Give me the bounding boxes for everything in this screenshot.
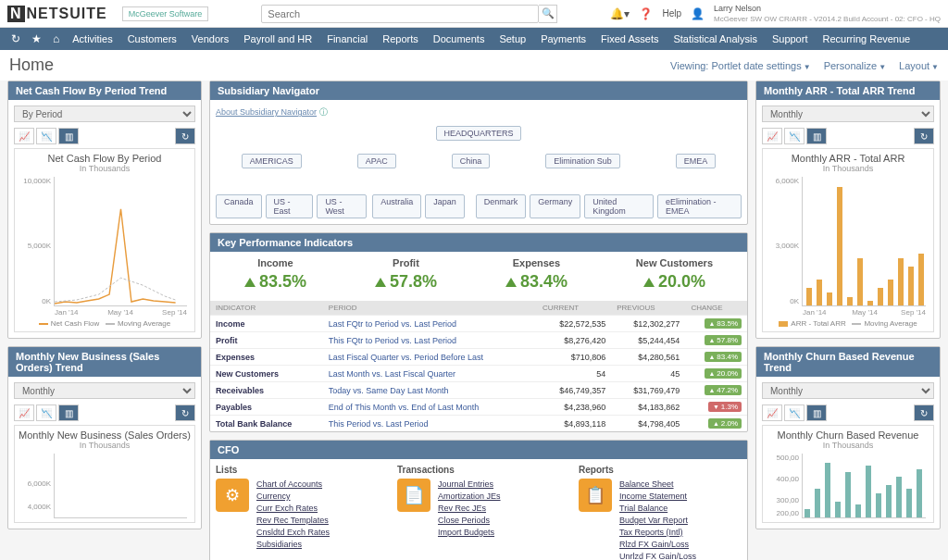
nav-payroll-and-hr[interactable]: Payroll and HR: [236, 33, 319, 44]
period-select[interactable]: Monthly: [762, 382, 934, 399]
hier-node[interactable]: Japan: [425, 194, 465, 218]
history-icon[interactable]: ↻: [6, 32, 26, 45]
chart-refresh-icon[interactable]: ↻: [914, 404, 934, 421]
portlet-title: Subsidiary Navigator: [210, 81, 747, 100]
hier-node[interactable]: United Kingdom: [584, 194, 654, 218]
table-row[interactable]: ReceivablesToday vs. Same Day Last Month…: [210, 382, 747, 399]
hier-node[interactable]: US - East: [266, 194, 314, 218]
cfo-link[interactable]: Budget Var Report: [619, 515, 696, 527]
hier-node[interactable]: Elimination Sub: [545, 154, 620, 168]
personalize-link[interactable]: Personalize▼: [824, 60, 886, 71]
hier-node[interactable]: US - West: [317, 194, 367, 218]
cfo-link[interactable]: Journal Entries: [438, 479, 501, 491]
search-input[interactable]: [261, 5, 539, 23]
nav-setup[interactable]: Setup: [492, 33, 533, 44]
help-icon[interactable]: ❓: [639, 7, 653, 20]
chart-area-icon[interactable]: 📉: [36, 128, 56, 144]
table-row[interactable]: IncomeLast FQtr to Period vs. Last Perio…: [210, 316, 747, 332]
nav-activities[interactable]: Activities: [65, 33, 119, 44]
help-link[interactable]: Help: [662, 8, 681, 19]
cfo-link[interactable]: Rev Rec JEs: [438, 503, 501, 515]
chart-area-icon[interactable]: 📉: [36, 404, 56, 421]
hier-node[interactable]: Germany: [530, 194, 580, 218]
info-icon[interactable]: ⓘ: [319, 107, 328, 117]
table-row[interactable]: PayablesEnd of This Month vs. End of Las…: [210, 399, 747, 416]
cfo-link[interactable]: Import Budgets: [438, 527, 501, 539]
viewing-link[interactable]: Viewing: Portlet date settings▼: [670, 60, 811, 71]
hierarchy-chart: HEADQUARTERS AMERICASAPACChinaEliminatio…: [216, 126, 742, 218]
cfo-link[interactable]: Amortization JEs: [438, 491, 501, 503]
chart-bar-icon[interactable]: ▥: [806, 128, 827, 144]
about-link[interactable]: About Subsidiary Navigator: [216, 107, 317, 117]
layout-link[interactable]: Layout▼: [899, 60, 939, 71]
cfo-link[interactable]: Chart of Accounts: [256, 479, 330, 491]
hier-node[interactable]: Australia: [372, 194, 421, 218]
user-block[interactable]: Larry Nelson McGeever SW OW CR/ARR - V20…: [714, 4, 941, 24]
table-row[interactable]: New CustomersLast Month vs. Last Fiscal …: [210, 366, 747, 382]
chart-subtitle: In Thousands: [767, 164, 929, 173]
hier-node[interactable]: eElimination - EMEA: [657, 194, 742, 218]
chart-line-icon[interactable]: 📈: [762, 404, 782, 421]
cfo-link[interactable]: Curr Exch Rates: [256, 503, 330, 515]
nav-support[interactable]: Support: [765, 33, 816, 44]
nav-recurring-revenue[interactable]: Recurring Revenue: [815, 33, 917, 44]
search-icon[interactable]: 🔍: [539, 5, 557, 23]
cfo-link[interactable]: Rev Rec Templates: [256, 515, 330, 527]
hier-node[interactable]: EMEA: [676, 154, 717, 168]
cfo-link[interactable]: Balance Sheet: [619, 479, 696, 491]
lists-icon: ⚙: [216, 479, 249, 512]
nav-fixed-assets[interactable]: Fixed Assets: [593, 33, 666, 44]
hier-node[interactable]: China: [452, 154, 491, 168]
nav-statistical-analysis[interactable]: Statistical Analysis: [666, 33, 764, 44]
portlet-net-cash: Net Cash Flow By Period Trend By Period …: [7, 81, 202, 339]
period-select[interactable]: Monthly: [14, 382, 195, 399]
cfo-link[interactable]: Cnsldtd Exch Rates: [256, 527, 330, 539]
chart-refresh-icon[interactable]: ↻: [175, 404, 195, 421]
hier-node[interactable]: APAC: [357, 154, 396, 168]
page-title: Home: [9, 56, 54, 75]
hier-node[interactable]: AMERICAS: [242, 154, 302, 168]
chart-area-icon[interactable]: 📉: [784, 404, 805, 421]
cfo-link[interactable]: Unrlzd FX Gain/Loss: [619, 551, 696, 560]
cfo-link[interactable]: Income Statement: [619, 491, 696, 503]
nav-financial[interactable]: Financial: [319, 33, 375, 44]
home-icon[interactable]: ⌂: [47, 32, 65, 45]
period-select[interactable]: By Period: [14, 106, 195, 122]
nav-vendors[interactable]: Vendors: [184, 33, 236, 44]
chart-subtitle: In Thousands: [767, 441, 929, 450]
page-head: Home Viewing: Portlet date settings▼ Per…: [0, 50, 948, 81]
notifications-icon[interactable]: 🔔▾: [610, 7, 630, 20]
cfo-link[interactable]: Close Periods: [438, 515, 501, 527]
cfo-link[interactable]: Currency: [256, 491, 330, 503]
hier-root[interactable]: HEADQUARTERS: [436, 126, 522, 141]
nav-customers[interactable]: Customers: [120, 33, 184, 44]
star-icon[interactable]: ★: [26, 32, 47, 45]
chart-line-icon[interactable]: 📈: [14, 128, 34, 144]
chart-line-icon[interactable]: 📈: [762, 128, 782, 144]
nav-payments[interactable]: Payments: [533, 33, 593, 44]
nav-documents[interactable]: Documents: [426, 33, 493, 44]
table-row[interactable]: ExpensesLast Fiscal Quarter vs. Period B…: [210, 349, 747, 366]
table-row[interactable]: ProfitThis FQtr to Period vs. Last Perio…: [210, 332, 747, 349]
hier-node[interactable]: Denmark: [476, 194, 527, 218]
period-select[interactable]: Monthly: [762, 106, 934, 122]
chart-area-icon[interactable]: 📉: [784, 128, 805, 144]
cfo-link[interactable]: Tax Reports (Intl): [619, 527, 696, 539]
cfo-head-reports: Reports: [579, 465, 696, 475]
cfo-link[interactable]: Trial Balance: [619, 503, 696, 515]
cfo-link[interactable]: Subsidiaries: [256, 539, 330, 551]
navbar: ↻ ★ ⌂ ActivitiesCustomersVendorsPayroll …: [0, 28, 948, 50]
user-icon[interactable]: 👤: [691, 7, 705, 20]
chart-bar-icon[interactable]: ▥: [58, 128, 79, 144]
chart-bar-icon[interactable]: ▥: [58, 404, 79, 421]
chart-line-icon[interactable]: 📈: [14, 404, 34, 421]
cfo-link[interactable]: Rlzd FX Gain/Loss: [619, 539, 696, 551]
chart-refresh-icon[interactable]: ↻: [914, 128, 934, 144]
nav-reports[interactable]: Reports: [375, 33, 426, 44]
reports-icon: 📋: [579, 479, 612, 512]
table-row[interactable]: Total Bank BalanceThis Period vs. Last P…: [210, 416, 747, 432]
chart-refresh-icon[interactable]: ↻: [175, 128, 195, 144]
portlet-kpi: Key Performance Indicators Income83.5%Pr…: [209, 232, 748, 432]
hier-node[interactable]: Canada: [216, 194, 262, 218]
chart-bar-icon[interactable]: ▥: [806, 404, 827, 421]
